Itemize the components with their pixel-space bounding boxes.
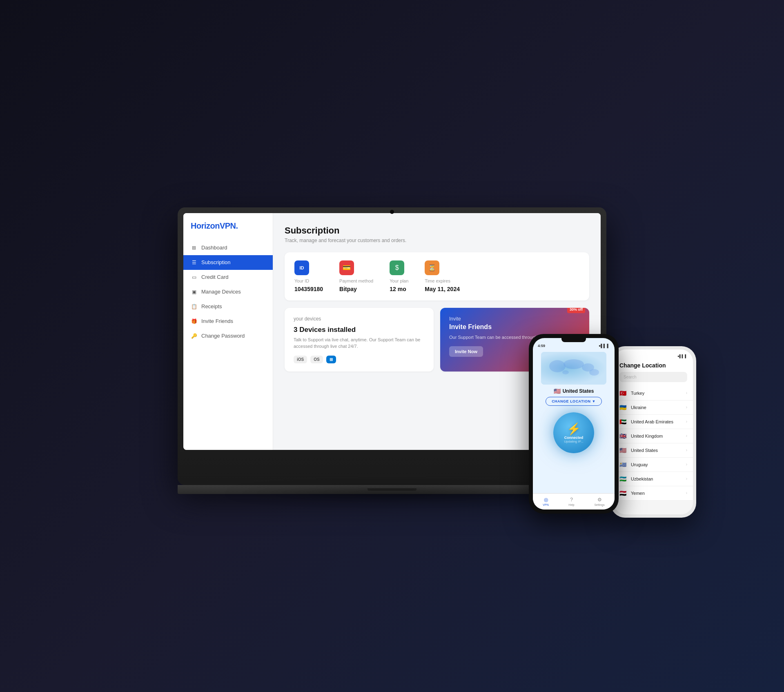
country-item-uae[interactable]: 🇦🇪 United Arab Emirates › xyxy=(614,415,693,429)
country-name: Uzbekistan xyxy=(631,476,653,481)
phone-container: 4:59 ●▌▌ ▌ xyxy=(529,334,696,518)
info-item-plan: $ Your plan 12 mo xyxy=(390,260,408,292)
country-name: United Kingdom xyxy=(631,434,663,438)
country-left: 🇬🇧 United Kingdom xyxy=(619,433,663,439)
sidebar-item-change-password[interactable]: 🔑 Change Password xyxy=(183,329,273,343)
laptop: HorizonVPN. ⊞ Dashboard ☰ Subscription ▭… xyxy=(178,207,606,485)
country-name: Uruguay xyxy=(631,462,648,467)
invite-friends-icon: 🎁 xyxy=(191,318,197,325)
manage-devices-icon: ▣ xyxy=(191,289,197,295)
sidebar-item-invite-friends[interactable]: 🎁 Invite Friends xyxy=(183,314,273,329)
settings-nav-label: Settings xyxy=(594,503,604,506)
phone2-signals: ●▌▌ ▌ xyxy=(677,354,687,358)
phone1-status-bar: 4:59 ●▌▌ ▌ xyxy=(533,342,615,348)
phone2-top: ●▌▌ ▌ Change Location Search xyxy=(614,349,693,386)
sidebar-item-receipts[interactable]: 📋 Receipts xyxy=(183,299,273,314)
svg-point-3 xyxy=(589,369,599,376)
ios-badge: iOS xyxy=(294,356,307,363)
chevron-icon: › xyxy=(686,434,687,438)
payment-icon: 💳 xyxy=(339,260,354,275)
phone2-location: ●▌▌ ▌ Change Location Search 🇹🇷 Turkey › xyxy=(610,346,696,518)
phone1-notch xyxy=(561,338,586,342)
device-card-desc: Talk to Support via live chat, anytime. … xyxy=(294,336,425,350)
uk-flag: 🇬🇧 xyxy=(619,433,628,439)
sidebar-item-subscription[interactable]: ☰ Subscription xyxy=(183,255,273,270)
change-password-icon: 🔑 xyxy=(191,333,197,339)
os-badge: OS xyxy=(310,356,323,363)
expires-label: Time expires xyxy=(425,278,460,283)
device-card-label: your devices xyxy=(294,316,425,322)
chevron-icon: › xyxy=(686,476,687,481)
connected-label: Connected xyxy=(564,436,584,440)
chevron-icon: › xyxy=(686,405,687,409)
country-list: 🇹🇷 Turkey › 🇺🇦 Ukraine › xyxy=(614,386,693,514)
help-nav-icon: ? xyxy=(570,497,573,503)
phone2-header: Change Location xyxy=(619,362,687,369)
country-left: 🇦🇪 United Arab Emirates xyxy=(619,419,673,425)
svg-point-0 xyxy=(549,360,566,372)
receipts-icon: 📋 xyxy=(191,303,197,310)
sidebar-item-label: Invite Friends xyxy=(201,318,233,324)
country-item-uzbekistan[interactable]: 🇺🇿 Uzbekistan › xyxy=(614,472,693,486)
vpn-nav-icon: ◎ xyxy=(544,497,548,503)
phone1-nav-vpn[interactable]: ◎ VPN xyxy=(543,497,548,506)
vpn-circle[interactable]: ⚡ Connected Updating IP... xyxy=(553,412,594,453)
svg-point-1 xyxy=(564,359,584,369)
phone1-screen: 4:59 ●▌▌ ▌ xyxy=(533,338,615,510)
sidebar-item-credit-card[interactable]: ▭ Credit Card xyxy=(183,270,273,285)
invite-card-title: Invite Friends xyxy=(449,323,580,331)
chevron-icon: › xyxy=(686,462,687,467)
phone1-nav-help[interactable]: ? Help xyxy=(568,497,574,506)
plan-value: 12 mo xyxy=(390,286,408,292)
sidebar-item-label: Change Password xyxy=(201,333,245,339)
phone2-search[interactable]: Search xyxy=(619,372,687,382)
payment-label: Payment method xyxy=(339,278,373,283)
phone1-nav: ◎ VPN ? Help ⚙ Settings xyxy=(533,493,615,510)
chevron-icon: › xyxy=(686,491,687,495)
country-left: 🇺🇾 Uruguay xyxy=(619,462,648,467)
yemen-flag: 🇾🇪 xyxy=(619,490,628,496)
sidebar-item-label: Credit Card xyxy=(201,274,228,280)
bolt-icon: ⚡ xyxy=(567,422,581,436)
subscription-icon: ☰ xyxy=(191,259,197,266)
country-name: Ukraine xyxy=(631,405,646,410)
country-item-ukraine[interactable]: 🇺🇦 Ukraine › xyxy=(614,401,693,415)
sidebar-item-dashboard[interactable]: ⊞ Dashboard xyxy=(183,240,273,255)
country-name: United States xyxy=(631,448,658,453)
plan-icon: $ xyxy=(390,260,404,275)
device-card-title: 3 Devices installed xyxy=(294,326,425,334)
country-left: 🇺🇸 United States xyxy=(619,447,658,453)
world-map xyxy=(541,352,606,385)
country-item-yemen[interactable]: 🇾🇪 Yemen › xyxy=(614,486,693,501)
invite-button[interactable]: Invite Now xyxy=(449,346,483,357)
info-card: ID Your ID 104359180 💳 Payment method Bi… xyxy=(285,252,589,300)
country-item-turkey[interactable]: 🇹🇷 Turkey › xyxy=(614,386,693,401)
sidebar-item-manage-devices[interactable]: ▣ Manage Devices xyxy=(183,285,273,299)
info-item-expires: ⏳ Time expires May 11, 2024 xyxy=(425,260,460,292)
logo: HorizonVPN. xyxy=(183,221,273,240)
page-title: Subscription xyxy=(285,225,589,236)
uruguay-flag: 🇺🇾 xyxy=(619,462,628,467)
country-item-uk[interactable]: 🇬🇧 United Kingdom › xyxy=(614,429,693,443)
change-location-button[interactable]: CHANGE LOCATION ▼ xyxy=(546,397,602,406)
platform-badges: iOS OS ⊞ xyxy=(294,356,425,363)
settings-nav-icon: ⚙ xyxy=(597,497,602,503)
country-left: 🇾🇪 Yemen xyxy=(619,490,645,496)
sidebar-item-label: Manage Devices xyxy=(201,289,241,295)
country-item-uruguay[interactable]: 🇺🇾 Uruguay › xyxy=(614,458,693,472)
plan-label: Your plan xyxy=(390,278,408,283)
ukraine-flag: 🇺🇦 xyxy=(619,405,628,410)
country-item-us[interactable]: 🇺🇸 United States › xyxy=(614,443,693,458)
phone1-nav-settings[interactable]: ⚙ Settings xyxy=(594,497,604,506)
us-flag: 🇺🇸 xyxy=(554,388,561,394)
current-location: 🇺🇸 United States xyxy=(554,388,594,394)
expires-icon: ⏳ xyxy=(425,260,439,275)
scene: HorizonVPN. ⊞ Dashboard ☰ Subscription ▭… xyxy=(106,60,678,632)
country-name: Yemen xyxy=(631,491,645,496)
country-name: United Arab Emirates xyxy=(631,419,673,424)
expires-value: May 11, 2024 xyxy=(425,286,460,292)
vpn-nav-label: VPN xyxy=(543,503,548,506)
chevron-icon: › xyxy=(686,419,687,424)
logo-text: HorizonVPN xyxy=(191,221,236,230)
credit-card-icon: ▭ xyxy=(191,274,197,280)
